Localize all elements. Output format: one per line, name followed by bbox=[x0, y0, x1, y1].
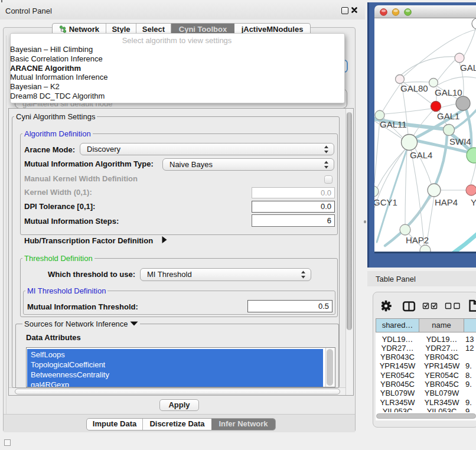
svg-text:HAP2: HAP2 bbox=[406, 235, 429, 245]
svg-text:GCY1: GCY1 bbox=[374, 197, 397, 207]
svg-text:GAL10: GAL10 bbox=[435, 87, 462, 97]
svg-text:GAL1: GAL1 bbox=[437, 111, 459, 121]
svg-text:SWI4: SWI4 bbox=[449, 136, 471, 146]
svg-text:GAL4: GAL4 bbox=[410, 150, 432, 160]
svg-text:GAL11: GAL11 bbox=[380, 119, 407, 129]
svg-text:HAP4: HAP4 bbox=[435, 197, 458, 207]
svg-text:YEL070W: YEL070W bbox=[471, 197, 476, 207]
svg-text:GAL80: GAL80 bbox=[400, 83, 428, 93]
svg-text:GAL7: GAL7 bbox=[460, 63, 476, 73]
